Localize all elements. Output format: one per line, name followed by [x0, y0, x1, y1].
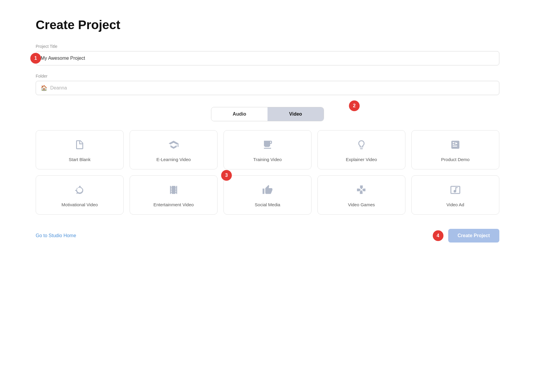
explainer-icon: [356, 139, 367, 152]
step-badge-2: 2: [349, 100, 360, 111]
create-btn-wrapper: 4 Create Project: [433, 229, 500, 243]
card-label-start-blank: Start Blank: [69, 157, 90, 162]
card-label-motivational: Motivational Video: [62, 202, 98, 207]
tab-group: Audio Video: [211, 107, 324, 121]
create-project-button[interactable]: Create Project: [448, 229, 500, 243]
step-badge-4: 4: [433, 230, 443, 241]
video-ad-icon: [450, 185, 461, 197]
project-title-input[interactable]: [36, 51, 499, 65]
folder-selector[interactable]: 🏠 Deanna: [36, 81, 499, 95]
tabs-container: 2 Audio Video: [36, 107, 499, 121]
card-label-training: Training Video: [253, 157, 282, 162]
step-badge-1: 1: [30, 53, 41, 64]
card-entertainment-video[interactable]: Entertainment Video: [130, 175, 218, 215]
page-title: Create Project: [36, 18, 499, 32]
card-label-video-ad: Video Ad: [446, 202, 464, 207]
card-label-product-demo: Product Demo: [441, 157, 470, 162]
go-to-studio-home-link[interactable]: Go to Studio Home: [36, 233, 76, 238]
motivational-icon: [74, 185, 85, 197]
card-label-video-games: Video Games: [348, 202, 375, 207]
entertainment-icon: [168, 185, 179, 197]
template-cards-row2-wrapper: 3 Motivational Video Entertainment Video…: [36, 175, 499, 215]
card-video-games[interactable]: Video Games: [317, 175, 405, 215]
folder-label: Folder: [36, 74, 499, 78]
project-title-wrapper: 1: [36, 51, 499, 65]
card-product-demo[interactable]: Product Demo: [411, 130, 499, 169]
card-motivational-video[interactable]: Motivational Video: [36, 175, 124, 215]
card-label-entertainment: Entertainment Video: [153, 202, 194, 207]
card-explainer-video[interactable]: Explainer Video: [317, 130, 405, 169]
home-icon: 🏠: [41, 85, 47, 91]
elearning-icon: [168, 139, 179, 152]
folder-value: Deanna: [50, 85, 67, 91]
footer: Go to Studio Home 4 Create Project: [36, 229, 499, 243]
video-games-icon: [356, 185, 367, 197]
step-badge-3: 3: [221, 170, 232, 181]
card-label-social-media: Social Media: [255, 202, 280, 207]
card-label-elearning: E-Learning Video: [156, 157, 191, 162]
product-demo-icon: [450, 139, 461, 152]
project-title-label: Project Title: [36, 44, 499, 49]
card-video-ad[interactable]: Video Ad: [411, 175, 499, 215]
training-icon: [262, 139, 273, 152]
card-elearning-video[interactable]: E-Learning Video: [130, 130, 218, 169]
template-cards-row2: Motivational Video Entertainment Video S…: [36, 175, 499, 215]
card-training-video[interactable]: Training Video: [224, 130, 311, 169]
card-label-explainer: Explainer Video: [346, 157, 377, 162]
card-social-media[interactable]: Social Media: [224, 175, 311, 215]
social-media-icon: [262, 185, 273, 197]
card-start-blank[interactable]: Start Blank: [36, 130, 124, 169]
blank-icon: [74, 139, 85, 152]
tab-video[interactable]: Video: [268, 107, 324, 121]
tab-audio[interactable]: Audio: [211, 107, 268, 121]
template-cards-row1: Start Blank E-Learning Video Training Vi…: [36, 130, 499, 169]
